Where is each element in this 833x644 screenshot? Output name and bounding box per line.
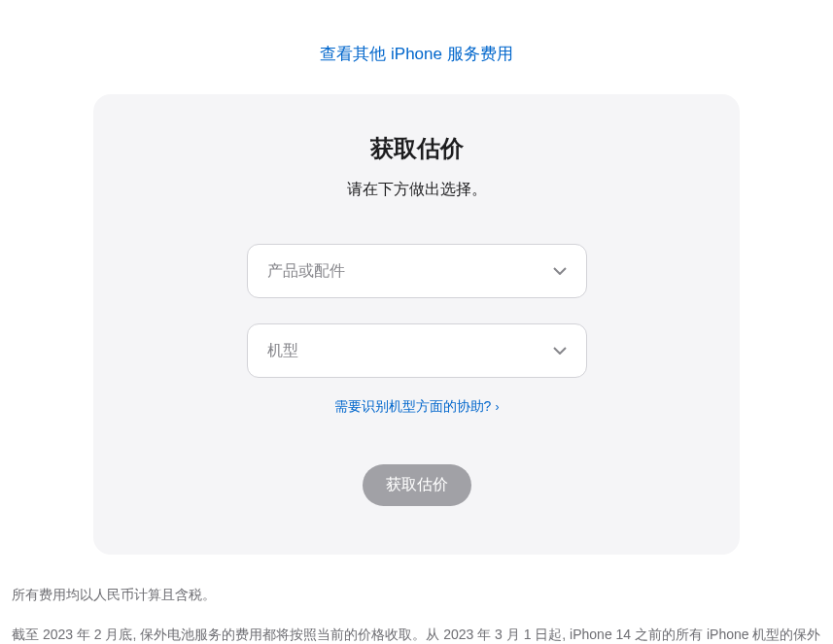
footer-line-1: 所有费用均以人民币计算且含税。 [12,582,821,608]
help-link-label: 需要识别机型方面的协助? [334,398,492,414]
model-select[interactable]: 机型 [247,323,587,378]
product-select-wrapper: 产品或配件 [247,244,587,298]
footer-line-2: 截至 2023 年 2 月底, 保外电池服务的费用都将按照当前的价格收取。从 2… [12,622,821,644]
identify-model-help-link[interactable]: 需要识别机型方面的协助?› [334,398,500,414]
footer-line-2-start: 截至 2023 年 2 月底, 保外电池服务的费用都将按照当前的价格收取。从 2… [12,627,820,644]
submit-wrapper: 获取估价 [142,464,691,506]
model-select-wrapper: 机型 [247,323,587,378]
footer-text: 所有费用均以人民币计算且含税。 截至 2023 年 2 月底, 保外电池服务的费… [0,555,833,644]
top-link-wrapper: 查看其他 iPhone 服务费用 [0,0,833,94]
chevron-down-icon [553,347,567,355]
help-link-wrapper: 需要识别机型方面的协助?› [142,397,691,416]
product-select[interactable]: 产品或配件 [247,244,587,298]
chevron-right-icon: › [495,400,499,414]
chevron-down-icon [553,267,567,275]
estimate-card: 获取估价 请在下方做出选择。 产品或配件 机型 [93,94,740,555]
view-other-services-link[interactable]: 查看其他 iPhone 服务费用 [320,45,512,63]
card-subtitle: 请在下方做出选择。 [142,180,691,200]
product-select-placeholder: 产品或配件 [267,261,345,282]
card-title: 获取估价 [142,133,691,164]
get-estimate-button[interactable]: 获取估价 [363,464,471,506]
model-select-placeholder: 机型 [267,341,298,361]
